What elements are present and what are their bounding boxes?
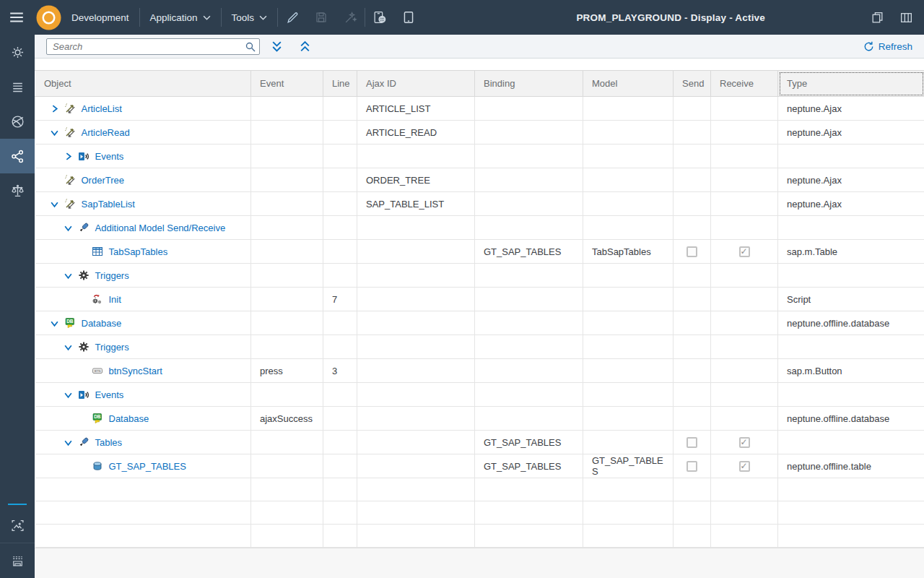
column-header-line[interactable]: Line xyxy=(323,71,357,97)
tree-node-label[interactable]: Triggers xyxy=(95,342,129,353)
ajax-id-cell: SAP_TABLE_LIST xyxy=(357,192,475,216)
ajax-id-cell xyxy=(357,359,475,383)
table-row[interactable]: SapTableListSAP_TABLE_LISTneptune.Ajax xyxy=(35,192,924,216)
collapse-node-icon[interactable] xyxy=(50,317,64,329)
tree-node-label[interactable]: Database xyxy=(109,413,149,424)
tree-node-label[interactable]: Events xyxy=(95,151,124,162)
edit-icon[interactable] xyxy=(278,0,307,35)
send-cell xyxy=(674,311,711,335)
sidebar-item-settings[interactable] xyxy=(0,35,35,69)
magic-wand-icon[interactable] xyxy=(336,0,365,35)
table-row[interactable]: Events xyxy=(35,144,924,168)
table-header-row: ObjectEventLineAjax IDBindingModelSendRe… xyxy=(35,71,924,97)
receive-cell xyxy=(711,264,778,288)
tree-node-label[interactable]: ArticleList xyxy=(82,103,122,114)
model-cell xyxy=(583,288,674,311)
event-cell xyxy=(251,168,323,192)
send-checkbox xyxy=(687,437,697,448)
columns-icon[interactable] xyxy=(895,0,917,35)
tree-node-label[interactable]: TabSapTables xyxy=(109,246,168,257)
collapse-node-icon[interactable] xyxy=(50,126,64,138)
table-row[interactable]: DBDatabaseneptune.offline.database xyxy=(35,311,924,335)
tree-node-label[interactable]: Init xyxy=(109,294,121,305)
table-row[interactable]: TabSapTablesGT_SAP_TABLESTabSapTablessap… xyxy=(35,240,924,264)
expand-node-icon[interactable] xyxy=(64,150,78,162)
ajax-id-cell xyxy=(357,501,475,525)
sidebar-item-modules[interactable] xyxy=(0,543,35,578)
table-row[interactable]: Triggers xyxy=(35,335,924,359)
table-row[interactable]: Triggers xyxy=(35,264,924,288)
model-cell xyxy=(583,97,674,121)
collapse-node-icon[interactable] xyxy=(64,389,78,400)
table-row[interactable]: BTNbtnSyncStartpress3sap.m.Button xyxy=(35,359,924,383)
tree-node-label[interactable]: Triggers xyxy=(95,270,129,281)
copy-icon[interactable] xyxy=(866,0,888,35)
search-input[interactable] xyxy=(46,38,260,55)
binding-cell xyxy=(475,168,583,192)
tree-node-label[interactable]: Additional Model Send/Receive xyxy=(95,223,226,233)
avatar[interactable] xyxy=(36,5,61,30)
send-cell xyxy=(674,431,711,454)
column-header-binding[interactable]: Binding xyxy=(475,71,583,97)
object-tree-table: ObjectEventLineAjax IDBindingModelSendRe… xyxy=(35,70,924,548)
table-row[interactable]: DBDatabaseajaxSuccessneptune.offline.dat… xyxy=(35,407,924,431)
tablet-icon[interactable] xyxy=(394,0,423,35)
tree-node-label[interactable]: ArticleRead xyxy=(82,127,130,138)
tree-node-label[interactable]: OrderTree xyxy=(82,175,124,186)
table-row[interactable]: ArticleListARTICLE_LISTneptune.Ajax xyxy=(35,97,924,121)
table-row[interactable]: TablesGT_SAP_TABLES xyxy=(35,431,924,454)
sidebar-item-scales[interactable] xyxy=(0,173,35,208)
binding-cell xyxy=(475,192,583,216)
collapse-node-icon[interactable] xyxy=(64,222,78,233)
event-cell xyxy=(251,525,323,548)
tree-node-label[interactable]: Database xyxy=(82,318,122,329)
sidebar-item-web[interactable] xyxy=(0,104,35,139)
column-header-send[interactable]: Send xyxy=(674,71,711,97)
menu-application[interactable]: Application xyxy=(140,0,221,35)
table-row[interactable]: OrderTreeORDER_TREEneptune.Ajax xyxy=(35,168,924,192)
line-cell xyxy=(323,192,357,216)
tree-node-label[interactable]: Tables xyxy=(95,437,123,448)
table-row[interactable]: Events xyxy=(35,383,924,407)
receive-cell xyxy=(711,240,778,264)
model-cell xyxy=(583,144,674,168)
collapse-all-button[interactable] xyxy=(294,38,316,56)
expand-all-button[interactable] xyxy=(266,38,288,56)
events-icon xyxy=(78,389,90,401)
save-icon[interactable] xyxy=(307,0,336,35)
collapse-node-icon[interactable] xyxy=(64,436,78,448)
tree-node-label[interactable]: Events xyxy=(95,389,124,400)
table-row[interactable]: Init7Script xyxy=(35,288,924,311)
search-icon[interactable] xyxy=(245,41,256,55)
table-row[interactable]: Additional Model Send/Receive xyxy=(35,216,924,240)
collapse-node-icon[interactable] xyxy=(50,198,64,210)
mobile-globe-icon[interactable] xyxy=(365,0,394,35)
column-header-type[interactable]: Type xyxy=(778,71,924,97)
receive-cell xyxy=(711,144,778,168)
column-header-ajax_id[interactable]: Ajax ID xyxy=(357,71,475,97)
table-row[interactable]: ArticleReadARTICLE_READneptune.Ajax xyxy=(35,121,924,144)
tree-node-label[interactable]: GT_SAP_TABLES xyxy=(109,461,186,472)
collapse-node-icon[interactable] xyxy=(64,269,78,281)
send-cell xyxy=(674,168,711,192)
column-header-receive[interactable]: Receive xyxy=(711,71,778,97)
sidebar-item-scan-image[interactable] xyxy=(0,508,35,543)
column-header-object[interactable]: Object xyxy=(35,71,251,97)
expand-node-icon[interactable] xyxy=(50,103,64,114)
sidebar-item-share[interactable] xyxy=(0,139,35,173)
line-cell xyxy=(323,121,357,144)
table-row[interactable]: GT_SAP_TABLESGT_SAP_TABLESGT_SAP_TABLESn… xyxy=(35,454,924,478)
menu-tools[interactable]: Tools xyxy=(222,0,278,35)
tree-node-label[interactable]: SapTableList xyxy=(82,199,135,210)
refresh-icon xyxy=(863,41,874,52)
model-cell xyxy=(583,407,674,431)
collapse-node-icon[interactable] xyxy=(64,341,78,353)
type-cell: neptune.Ajax xyxy=(778,168,924,192)
column-header-event[interactable]: Event xyxy=(251,71,323,97)
refresh-button[interactable]: Refresh xyxy=(863,41,912,52)
menu-icon[interactable] xyxy=(0,0,33,35)
column-header-model[interactable]: Model xyxy=(583,71,674,97)
tree-node-label[interactable]: btnSyncStart xyxy=(109,366,162,376)
send-cell xyxy=(674,407,711,431)
sidebar-item-list[interactable] xyxy=(0,69,35,104)
